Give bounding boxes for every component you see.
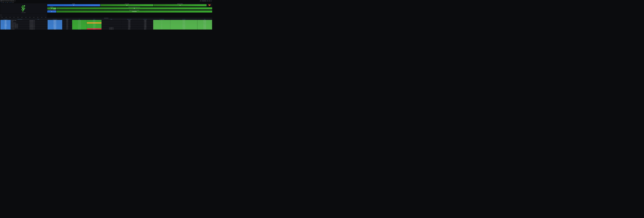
table-cell: 15 minutes — [87, 22, 102, 24]
table-cell: 2 weeks ago — [72, 26, 87, 27]
table-row[interactable]: 602214stable/docker_images/windo...gitla… — [0, 27, 212, 28]
table-cell: 2 weeks ago — [72, 20, 87, 21]
table-cell: stable/docker_images — [11, 20, 29, 21]
stat-lag-commits[interactable]: Average environment deployment lag commi… — [56, 7, 212, 9]
table-cell: 0 — [153, 22, 170, 24]
table-cell: 3 minutes — [87, 21, 102, 22]
gitlab-logo-panel[interactable]: ⌄ — [207, 4, 212, 6]
table-cell: 11 minutes — [87, 25, 102, 26]
share-icon[interactable] — [15, 1, 16, 1]
table-cell: 0 — [153, 20, 170, 21]
table-column-header[interactable]: # of commits behind — [153, 19, 170, 20]
table-column-header[interactable]: Date ↓ — [72, 19, 87, 20]
var-project-select[interactable]: All▾ — [7, 2, 8, 3]
table-cell: SUCCESS — [197, 21, 212, 22]
table-cell: 0 — [153, 26, 170, 27]
table-cell: 801324154 — [48, 22, 62, 24]
table-cell: 0489844c — [121, 28, 137, 30]
table-cell: 13 minutes — [87, 20, 102, 21]
table-cell: v13.5.0 — [62, 25, 72, 26]
table-column-header[interactable]: Duration — [87, 19, 102, 20]
table-column-header[interactable]: Ref Name — [62, 19, 72, 20]
stat-deploy-count[interactable]: DEPLOYMENTS # (in the last hour) 0 — [47, 10, 56, 13]
time-range-label: Last 1 hour — [203, 1, 206, 1]
table-column-header[interactable]: Latest deployment — [48, 19, 62, 20]
chevron-down-icon: ▾ — [4, 2, 4, 3]
sparkline-bars — [53, 8, 56, 10]
table-row[interactable]: 602215stable/docker_images/windo...gitla… — [0, 26, 212, 27]
table-row[interactable]: 128146stable/docker_imagesgitlab-org/git… — [0, 20, 212, 21]
table-column-header[interactable]: Latest commit — [137, 19, 153, 20]
table-cell: stable_release — [11, 28, 29, 30]
stat-lag-duration[interactable]: Average environment deployment lag durat… — [56, 10, 212, 13]
stat-unavailable[interactable]: UNAVAILABLE 0 — [47, 7, 56, 9]
var-project-label: project — [5, 2, 6, 3]
table-column-header[interactable]: Deployed commit — [121, 19, 137, 20]
table-cell: ce065b93 — [137, 27, 153, 28]
var-project: project All▾ — [5, 2, 8, 3]
table-cell: v13.5.0 — [62, 20, 72, 21]
var-environment-select[interactable]: All▾ — [12, 2, 14, 3]
table-cell: 128145 — [0, 22, 11, 24]
var-environment-label: environment — [9, 2, 12, 3]
table-cell — [102, 20, 121, 21]
table-cell: 0 seconds — [170, 25, 197, 26]
stat-not-up-to-date[interactable]: NOT UP TO DATE 0 — [100, 4, 153, 6]
var-owner-select[interactable]: All▾ — [2, 2, 4, 3]
table-cell: ece86343 — [137, 20, 153, 21]
table-cell: 0 seconds — [170, 26, 197, 27]
dashboard-title: GitLab CI environments & deployments — [2, 1, 14, 1]
table-cell: 13652662 — [48, 28, 62, 30]
table-cell: gitlab-org/gitlab-runner — [29, 26, 48, 27]
table-column-header[interactable]: Status — [197, 19, 212, 20]
table-row[interactable]: 2008458stable/docker_images/windo...gitl… — [0, 25, 212, 26]
table-cell — [102, 24, 121, 25]
table-column-header[interactable]: Author — [102, 19, 121, 20]
table-cell: v12.10.1 — [62, 27, 72, 28]
tv-mode-button[interactable] — [200, 0, 201, 2]
table-cell: stable/docker_images/windo... — [11, 25, 29, 26]
table-row[interactable]: 2008459stable/docker_images/windo...gitl… — [0, 24, 212, 25]
table-column-header[interactable]: Time behind — [170, 19, 197, 20]
var-owner: owner All▾ — [1, 2, 4, 3]
table-row[interactable]: 128145stable/packagecloudgitlab-org/gitl… — [0, 22, 212, 24]
stat-available[interactable]: AVAILABLE 0 — [47, 4, 100, 6]
table-cell — [102, 22, 121, 24]
environments-panel: ENVIRONMENTS Environment IDEnvironment N… — [0, 18, 212, 30]
table-cell: 522635376 — [48, 27, 62, 28]
table-cell: ce065b93 — [121, 27, 137, 28]
table-cell: SUCCESS — [197, 27, 212, 28]
table-cell: tomasz@gitlab.com — [102, 27, 121, 28]
table-cell: 0 — [153, 27, 170, 28]
table-row[interactable]: 1107stable_releasegitlab-org/gitlab-runn… — [0, 28, 212, 30]
zoom-out-button[interactable] — [207, 0, 208, 2]
table-cell: SUCCESS — [197, 24, 212, 25]
table-column-header[interactable]: Environment Name — [11, 19, 29, 20]
variable-bar: owner All▾ project All▾ environment All▾ — [0, 2, 212, 4]
table-cell: 0489844c — [137, 28, 153, 30]
refresh-interval-picker[interactable]: ▾ — [210, 0, 212, 2]
gitlab-icon — [208, 4, 211, 6]
table-cell: 0 seconds — [170, 28, 197, 30]
table-cell: gitlab-org/gitlab-runner — [29, 22, 48, 24]
table-cell: 128144 — [0, 21, 11, 22]
chevron-down-icon: ▾ — [211, 1, 211, 1]
table-cell: ece86343 — [121, 22, 137, 24]
table-cell: 2 weeks ago — [72, 24, 87, 25]
table-cell: v13.5.0 — [62, 21, 72, 22]
refresh-button[interactable] — [208, 0, 210, 2]
table-cell: v13.5.0 — [62, 24, 72, 25]
table-cell: gitlab-org/gitlab-runner — [29, 21, 48, 22]
table-cell — [102, 26, 121, 27]
deployments-chart[interactable]: 1.0 0.5 0 09:0009:0509:1009:1509:2009:25… — [0, 14, 47, 17]
table-column-header[interactable]: Environment ID — [0, 19, 11, 20]
table-cell: 801324151 — [48, 21, 62, 22]
time-range-picker[interactable]: Last 1 hour ▾ — [202, 0, 206, 2]
table-cell: ece86343 — [121, 20, 137, 21]
table-cell: stable/docker_images/windo... — [11, 26, 29, 27]
table-cell: 11 minutes — [87, 24, 102, 25]
table-cell: stable/packagecloud — [11, 22, 29, 24]
table-row[interactable]: 128144stable/s3gitlab-org/gitlab-runner8… — [0, 21, 212, 22]
stat-failed-deployments[interactable]: FAILED DEPLOYMENTS 0 — [154, 4, 206, 6]
table-column-header[interactable]: Project — [29, 19, 48, 20]
